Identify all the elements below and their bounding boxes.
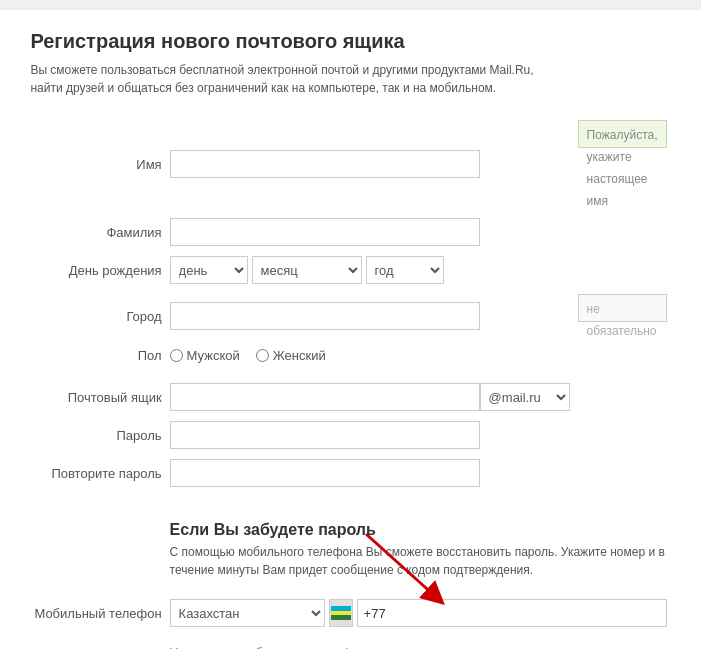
surname-label: Фамилия — [30, 213, 165, 251]
gender-male-text: Мужской — [187, 348, 240, 363]
svg-rect-1 — [331, 611, 351, 615]
birthday-input-cell: день 12345 678910 1112131415 1617181920 … — [166, 251, 574, 289]
recovery-title: Если Вы забудете пароль — [170, 521, 667, 539]
phone-number-input[interactable] — [357, 599, 667, 627]
password-input[interactable] — [170, 421, 480, 449]
repeat-password-label: Повторите пароль — [30, 454, 165, 492]
day-select[interactable]: день 12345 678910 1112131415 1617181920 … — [170, 256, 248, 284]
registration-form: Имя Пожалуйста, укажите настоящее имя Фа… — [30, 115, 670, 649]
name-row: Имя Пожалуйста, укажите настоящее имя — [30, 115, 670, 213]
city-row: Город не обязательно — [30, 289, 670, 343]
repeat-password-row: Повторите пароль — [30, 454, 670, 492]
gender-male-label[interactable]: Мужской — [170, 348, 240, 363]
gender-male-radio[interactable] — [170, 349, 183, 362]
email-input-cell: @mail.ru @inbox.ru @list.ru @bk.ru — [166, 378, 574, 416]
name-input[interactable] — [170, 150, 480, 178]
page-container: Регистрация нового почтового ящика Вы см… — [0, 10, 700, 649]
gender-input-cell: Мужской Женский — [166, 343, 574, 368]
phone-flag — [329, 599, 353, 627]
email-input[interactable] — [170, 383, 480, 411]
spacer-row-1 — [30, 368, 670, 378]
name-hint: Пожалуйста, укажите настоящее имя — [578, 120, 667, 148]
surname-row: Фамилия — [30, 213, 670, 251]
phone-label: Мобильный телефон — [30, 594, 165, 632]
email-label: Почтовый ящик — [30, 378, 165, 416]
password-label: Пароль — [30, 416, 165, 454]
password-row: Пароль — [30, 416, 670, 454]
recovery-desc: С помощью мобильного телефона Вы сможете… — [170, 543, 667, 579]
city-hint-cell: не обязательно — [574, 289, 671, 343]
flag-icon — [331, 606, 351, 620]
city-optional-hint: не обязательно — [578, 294, 667, 322]
country-select[interactable]: Казахстан Россия Украина Беларусь — [170, 599, 325, 627]
no-phone-row: У меня нет мобильного телефона — [30, 632, 670, 649]
phone-row: Мобильный телефон Казахстан Россия Украи… — [30, 594, 670, 632]
gender-label: Пол — [30, 343, 165, 368]
name-input-cell — [166, 115, 574, 213]
repeat-password-input[interactable] — [170, 459, 480, 487]
phone-input-cell: Казахстан Россия Украина Беларусь — [166, 594, 671, 632]
svg-rect-0 — [331, 606, 351, 611]
gender-row: Пол Мужской Женский — [30, 343, 670, 368]
name-hint-cell: Пожалуйста, укажите настоящее имя — [574, 115, 671, 213]
recovery-title-cell: Если Вы забудете пароль С помощью мобиль… — [166, 502, 671, 594]
subtitle: Вы сможете пользоваться бесплатной элект… — [30, 61, 550, 97]
page-title: Регистрация нового почтового ящика — [30, 30, 670, 53]
gender-female-text: Женский — [273, 348, 326, 363]
birthday-label: День рождения — [30, 251, 165, 289]
password-input-cell — [166, 416, 574, 454]
city-label: Город — [30, 289, 165, 343]
name-label: Имя — [30, 115, 165, 213]
surname-input-cell — [166, 213, 574, 251]
gender-female-radio[interactable] — [256, 349, 269, 362]
city-input[interactable] — [170, 302, 480, 330]
no-phone-cell: У меня нет мобильного телефона — [166, 632, 671, 649]
surname-input[interactable] — [170, 218, 480, 246]
svg-rect-2 — [331, 615, 351, 620]
year-select[interactable]: год — [366, 256, 444, 284]
spacer-row-2 — [30, 492, 670, 502]
email-row: Почтовый ящик @mail.ru @inbox.ru @list.r… — [30, 378, 670, 416]
no-phone-link[interactable]: У меня нет мобильного телефона — [170, 645, 374, 649]
gender-female-label[interactable]: Женский — [256, 348, 326, 363]
recovery-title-row: Если Вы забудете пароль С помощью мобиль… — [30, 502, 670, 594]
city-input-cell — [166, 289, 574, 343]
repeat-password-input-cell — [166, 454, 574, 492]
month-select[interactable]: месяц ЯнварьФевральМартАпрель МайИюньИюл… — [252, 256, 362, 284]
birthday-row: День рождения день 12345 678910 11121314… — [30, 251, 670, 289]
email-domain-select[interactable]: @mail.ru @inbox.ru @list.ru @bk.ru — [480, 383, 570, 411]
